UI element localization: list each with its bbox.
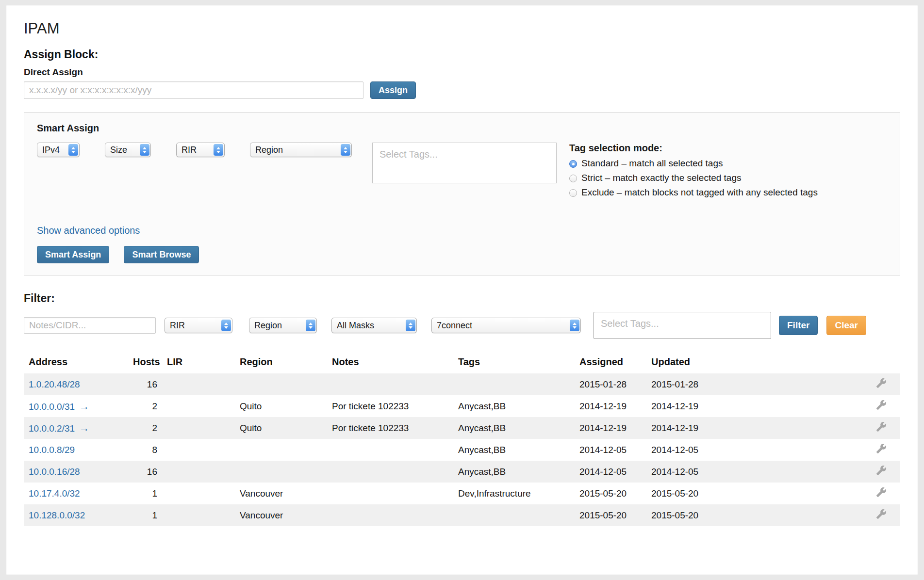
tags-cell: Dev,Infrastructure — [453, 483, 575, 504]
ipam-table-body: 1.0.20.48/28 16 2015-01-28 2015-01-28 10… — [24, 373, 900, 526]
tags-cell: Anycast,BB — [453, 461, 575, 483]
lir-cell — [162, 417, 235, 439]
hosts-cell: 2 — [128, 417, 162, 439]
filter-tags-input[interactable]: Select Tags... — [594, 312, 771, 339]
col-header-notes: Notes — [327, 353, 453, 373]
region-cell — [235, 439, 327, 461]
lir-cell — [162, 395, 235, 417]
edit-wrench-icon[interactable] — [876, 378, 887, 388]
radio-icon — [569, 189, 577, 197]
filter-masks-select-value: All Masks — [337, 321, 374, 331]
address-link[interactable]: 10.128.0.0/32 — [29, 510, 85, 520]
notes-cidr-input[interactable] — [24, 317, 156, 334]
clear-button[interactable]: Clear — [826, 316, 866, 335]
size-select[interactable]: Size — [105, 143, 151, 157]
smart-assign-button[interactable]: Smart Assign — [37, 246, 109, 263]
select-arrows-icon — [140, 144, 149, 156]
updated-cell: 2014-12-05 — [646, 439, 719, 461]
tag-selection-mode: Tag selection mode: Standard – match all… — [569, 143, 831, 201]
region-cell: Quito — [235, 395, 327, 417]
edit-wrench-icon[interactable] — [876, 465, 887, 476]
region-cell: Vancouver — [235, 483, 327, 504]
show-advanced-options-link[interactable]: Show advanced options — [37, 225, 140, 236]
region-cell — [235, 373, 327, 395]
tag-mode-option[interactable]: Exclude – match blocks not tagged with a… — [569, 186, 831, 198]
filter-region-select-value: Region — [254, 321, 282, 331]
address-link[interactable]: 10.17.4.0/32 — [29, 488, 80, 499]
lir-cell — [162, 483, 235, 504]
filter-lir-select[interactable]: 7connect — [431, 318, 581, 333]
filter-masks-select[interactable]: All Masks — [331, 318, 417, 333]
tag-mode-heading: Tag selection mode: — [569, 143, 831, 154]
tags-cell — [453, 504, 575, 526]
filter-rir-select[interactable]: RIR — [165, 318, 232, 333]
lir-cell — [162, 439, 235, 461]
tags-cell: Anycast,BB — [453, 395, 575, 417]
updated-cell: 2014-12-19 — [646, 395, 719, 417]
edit-wrench-icon[interactable] — [876, 421, 887, 432]
address-link[interactable]: 1.0.20.48/28 — [29, 379, 80, 389]
select-arrows-icon — [341, 144, 350, 156]
updated-cell: 2015-01-28 — [646, 373, 719, 395]
smart-assign-heading: Smart Assign — [37, 123, 887, 134]
edit-wrench-icon[interactable] — [876, 487, 887, 498]
rir-select-value: RIR — [182, 145, 197, 155]
edit-wrench-icon[interactable] — [876, 443, 887, 454]
assigned-cell: 2014-12-05 — [575, 439, 646, 461]
smart-tags-input[interactable]: Select Tags... — [372, 143, 557, 183]
region-cell: Vancouver — [235, 504, 327, 526]
size-select-value: Size — [110, 145, 127, 155]
region-select[interactable]: Region — [250, 143, 352, 157]
smart-assign-controls: IPv4 Size RIR Region Select Tags... Tag … — [37, 143, 887, 201]
col-header-address: Address — [24, 353, 128, 373]
family-select-value: IPv4 — [42, 145, 60, 155]
assigned-cell: 2014-12-19 — [575, 395, 646, 417]
family-select[interactable]: IPv4 — [37, 143, 80, 157]
smart-buttons-row: Smart Assign Smart Browse — [37, 246, 887, 263]
table-row: 10.128.0.0/32 1 Vancouver 2015-05-20 201… — [24, 504, 900, 526]
filter-region-select[interactable]: Region — [249, 318, 317, 333]
tag-mode-option-label: Exclude – match blocks not tagged with a… — [581, 187, 818, 197]
smart-browse-button[interactable]: Smart Browse — [124, 246, 199, 263]
filter-rir-select-value: RIR — [170, 321, 185, 331]
notes-cell — [327, 373, 453, 395]
hosts-cell: 1 — [128, 483, 162, 504]
select-arrows-icon — [570, 320, 579, 331]
radio-icon — [569, 160, 577, 168]
tag-mode-option[interactable]: Standard – match all selected tags — [569, 157, 831, 169]
col-header-region: Region — [235, 353, 327, 373]
address-link[interactable]: 10.0.0.2/31 — [29, 423, 75, 434]
updated-cell: 2014-12-19 — [646, 417, 719, 439]
edit-wrench-icon[interactable] — [876, 400, 887, 410]
tag-mode-option[interactable]: Strict – match exactly the selected tags — [569, 172, 831, 184]
tags-cell — [453, 373, 575, 395]
table-row: 1.0.20.48/28 16 2015-01-28 2015-01-28 — [24, 373, 900, 395]
select-arrows-icon — [68, 144, 78, 156]
hosts-cell: 16 — [128, 461, 162, 483]
rir-select[interactable]: RIR — [176, 143, 225, 157]
tag-mode-option-label: Standard – match all selected tags — [581, 158, 723, 168]
lir-cell — [162, 504, 235, 526]
notes-cell — [327, 504, 453, 526]
filter-row: RIR Region All Masks 7connect Select Tag… — [24, 312, 900, 339]
edit-wrench-icon[interactable] — [876, 509, 887, 519]
hosts-cell: 2 — [128, 395, 162, 417]
direct-assign-label: Direct Assign — [24, 67, 900, 78]
address-link[interactable]: 10.0.0.16/28 — [29, 467, 80, 477]
notes-cell — [327, 439, 453, 461]
page-title: IPAM — [24, 20, 900, 37]
lir-cell — [162, 461, 235, 483]
assigned-cell: 2014-12-19 — [575, 417, 646, 439]
table-header-row: Address Hosts LIR Region Notes Tags Assi… — [24, 353, 900, 373]
tag-mode-option-label: Strict – match exactly the selected tags — [581, 173, 742, 183]
direct-assign-input[interactable] — [24, 81, 363, 99]
assign-button[interactable]: Assign — [370, 81, 416, 99]
radio-icon — [569, 175, 577, 182]
smart-assign-panel: Smart Assign IPv4 Size RIR Region Select… — [24, 113, 900, 275]
filter-heading: Filter: — [24, 292, 900, 305]
region-cell — [235, 461, 327, 483]
col-header-updated: Updated — [646, 353, 719, 373]
address-link[interactable]: 10.0.0.0/31 — [29, 402, 75, 412]
address-link[interactable]: 10.0.0.8/29 — [29, 445, 75, 455]
filter-button[interactable]: Filter — [779, 316, 818, 335]
